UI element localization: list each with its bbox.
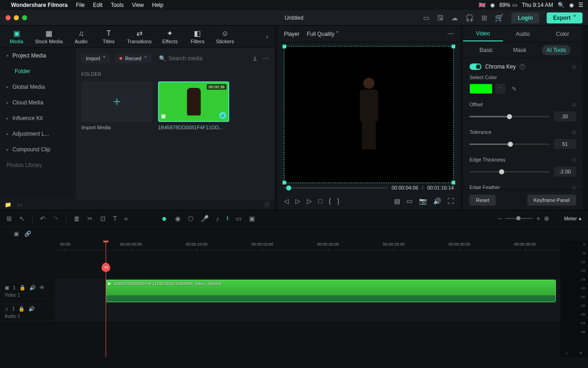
stop-icon[interactable]: □ bbox=[318, 197, 322, 205]
undo-icon[interactable]: ↶ bbox=[40, 215, 45, 222]
crop-icon[interactable]: ⊡ bbox=[100, 215, 106, 222]
collapse-sidebar-icon[interactable]: ‹ bbox=[264, 201, 270, 208]
timeline-ruler[interactable]: 00:00 00:00:05:00 00:00:10:00 00:00:15:0… bbox=[55, 241, 560, 251]
marker-icon[interactable]: ⬡ bbox=[188, 215, 193, 222]
input-flag-icon[interactable]: 🇬🇧 bbox=[479, 2, 486, 8]
headphones-icon[interactable]: 🎧 bbox=[465, 14, 474, 22]
tab-stickers[interactable]: ☺Stickers bbox=[211, 28, 239, 46]
menu-view[interactable]: View bbox=[132, 2, 144, 8]
offset-slider[interactable] bbox=[469, 116, 549, 117]
more-options-icon[interactable]: ⋯ bbox=[263, 55, 269, 62]
play-pause-icon[interactable]: ▷ bbox=[295, 197, 300, 205]
sidebar-adjustment-layer[interactable]: ▸Adjustment L... bbox=[0, 126, 76, 142]
sidebar-influence-kit[interactable]: ▸Influence Kit bbox=[0, 110, 76, 126]
filter-icon[interactable]: ⫫ bbox=[252, 55, 258, 62]
zoom-slider[interactable] bbox=[505, 218, 533, 219]
fullscreen-icon[interactable]: ⛶ bbox=[447, 197, 454, 205]
props-tab-video[interactable]: Video bbox=[463, 27, 503, 41]
record-button[interactable]: Record˅ bbox=[115, 54, 151, 63]
tolerance-value[interactable]: 51 bbox=[554, 139, 576, 149]
playhead[interactable]: ✂ bbox=[106, 241, 106, 357]
tab-media[interactable]: ▣Media bbox=[3, 27, 30, 46]
player-viewport[interactable] bbox=[284, 46, 454, 183]
more-tabs-icon[interactable]: › bbox=[262, 33, 272, 41]
new-folder-icon[interactable]: 📁 bbox=[5, 201, 11, 208]
menu-help[interactable]: Help bbox=[152, 2, 164, 8]
ai-tool-icon[interactable]: ☻ bbox=[161, 215, 168, 222]
menu-tools[interactable]: Tools bbox=[111, 2, 124, 8]
visibility-icon[interactable]: 👁 bbox=[40, 285, 45, 290]
cut-icon[interactable]: ✂ bbox=[87, 215, 93, 222]
split-icon[interactable]: ✂ bbox=[102, 263, 110, 272]
mute-track-icon[interactable]: 🔊 bbox=[29, 285, 36, 291]
edge-thickined-keyframe-icon[interactable]: ◇ bbox=[572, 156, 576, 163]
delete-icon[interactable]: 🗑 bbox=[74, 215, 80, 222]
app-name[interactable]: Wondershare Filmora bbox=[11, 2, 68, 8]
redo-icon[interactable]: ↷ bbox=[53, 215, 58, 222]
tab-stock-media[interactable]: ▦Stock Media bbox=[30, 27, 68, 46]
layout-icon[interactable]: ▭ bbox=[423, 14, 430, 22]
subtab-basic[interactable]: Basic bbox=[475, 45, 498, 55]
zoom-fit-icon[interactable]: ⊕ bbox=[544, 215, 549, 222]
help-icon[interactable]: ? bbox=[520, 64, 525, 69]
chroma-key-toggle[interactable] bbox=[469, 63, 481, 70]
pointer-tool-icon[interactable]: ↖ bbox=[19, 215, 25, 222]
zoom-in-icon[interactable]: + bbox=[537, 215, 540, 222]
audio-tool-icon[interactable]: ♪ bbox=[216, 215, 219, 222]
sidebar-project-media[interactable]: ▾Project Media bbox=[0, 48, 76, 63]
cart-icon[interactable]: 🛒 bbox=[495, 13, 504, 22]
control-center-icon[interactable]: ☰ bbox=[578, 2, 583, 8]
zoom-out-icon[interactable]: − bbox=[498, 215, 502, 222]
snapshot-icon[interactable]: 〰 bbox=[447, 30, 454, 38]
volume-icon[interactable]: 🔊 bbox=[433, 197, 441, 205]
magnet-icon[interactable]: ⫲ bbox=[226, 214, 228, 222]
mark-in-icon[interactable]: { bbox=[328, 197, 331, 205]
tab-audio[interactable]: ♫Audio bbox=[68, 28, 95, 46]
more-tools-icon[interactable]: » bbox=[124, 215, 128, 222]
color-tool-icon[interactable]: ◉ bbox=[175, 215, 181, 222]
props-tab-color[interactable]: Color bbox=[543, 27, 582, 41]
sidebar-global-media[interactable]: ▸Global Media bbox=[0, 79, 76, 95]
subtab-mask[interactable]: Mask bbox=[509, 45, 531, 55]
audio-lock-icon[interactable]: 🔒 bbox=[18, 306, 25, 312]
color-swatch[interactable] bbox=[469, 84, 492, 94]
cloud-icon[interactable]: ☁ bbox=[451, 14, 458, 22]
sidebar-photos-library[interactable]: Photos Library bbox=[0, 157, 76, 173]
prev-frame-icon[interactable]: ◁ bbox=[284, 197, 289, 205]
siri-icon[interactable]: ◉ bbox=[569, 2, 574, 8]
tab-transitions[interactable]: ⇄Transitions bbox=[123, 27, 156, 46]
audio-mute-icon[interactable]: 🔊 bbox=[28, 306, 35, 312]
next-frame-icon[interactable]: ▷ bbox=[307, 197, 312, 205]
edge-feather-keyframe-icon[interactable]: ◇ bbox=[572, 184, 576, 190]
link-icon[interactable]: 🔗 bbox=[24, 230, 31, 237]
menu-file[interactable]: File bbox=[76, 2, 85, 8]
minimize-window-button[interactable] bbox=[14, 15, 19, 20]
eyedropper-icon[interactable]: ✎ bbox=[512, 86, 517, 92]
maximize-window-button[interactable] bbox=[22, 15, 27, 20]
sidebar-compound-clip[interactable]: ▸Compound Clip bbox=[0, 142, 76, 157]
text-tool-icon[interactable]: T bbox=[113, 215, 117, 222]
menu-edit[interactable]: Edit bbox=[93, 2, 102, 8]
new-bin-icon[interactable]: ▭ bbox=[17, 201, 22, 208]
tolerance-keyframe-icon[interactable]: ◇ bbox=[572, 129, 576, 135]
save-icon[interactable]: 🖫 bbox=[437, 14, 444, 22]
player-scrubber[interactable] bbox=[284, 187, 388, 189]
compare-icon[interactable]: ▤ bbox=[394, 197, 400, 205]
import-button[interactable]: Import˅ bbox=[81, 54, 110, 63]
mic-icon[interactable]: 🎤 bbox=[201, 215, 209, 222]
close-window-button[interactable] bbox=[6, 15, 11, 20]
mark-out-icon[interactable]: } bbox=[337, 197, 339, 205]
snapshot-button-icon[interactable]: 📷 bbox=[419, 197, 427, 205]
record-tool-icon[interactable]: ▭ bbox=[236, 215, 242, 222]
color-dropdown[interactable]: ˅ bbox=[495, 84, 505, 94]
import-media-card[interactable]: + Import Media bbox=[81, 81, 153, 130]
keyframe-diamond-icon[interactable]: ◇ bbox=[572, 63, 576, 70]
edge-thickness-slider[interactable] bbox=[469, 171, 549, 172]
wifi-icon[interactable]: ◉ bbox=[490, 2, 495, 8]
clock[interactable]: Thu 9:14 AM bbox=[522, 2, 553, 8]
search-input[interactable] bbox=[169, 55, 244, 62]
offset-keyframe-icon[interactable]: ◇ bbox=[572, 101, 576, 108]
track-header-icon[interactable]: ▣ bbox=[14, 230, 19, 237]
display-icon[interactable]: ▭ bbox=[407, 197, 413, 205]
search-media[interactable]: 🔍 bbox=[156, 55, 247, 62]
